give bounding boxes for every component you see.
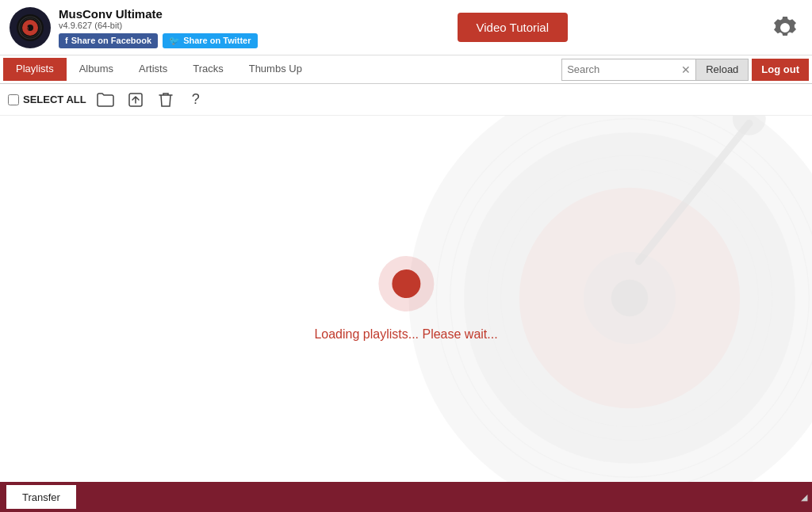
svg-point-11 (611, 280, 648, 316)
select-all-checkbox[interactable] (8, 94, 19, 105)
app-logo: ♪ (10, 7, 51, 48)
spinner-inner (392, 269, 420, 298)
app-version: v4.9.627 (64-bit) (59, 21, 258, 30)
tabs-bar: Playlists Albums Artists Tracks Thumbs U… (0, 55, 812, 84)
main-content: Loading playlists... Please wait... (0, 116, 812, 482)
facebook-icon: f (65, 36, 68, 45)
toolbar: SELECT ALL ? (0, 84, 812, 116)
transfer-button[interactable]: Transfer (6, 485, 76, 509)
select-all-wrapper[interactable]: SELECT ALL (8, 94, 86, 105)
video-tutorial-button[interactable]: Video Tutorial (458, 13, 568, 42)
search-input-wrapper: ✕ (561, 59, 696, 81)
search-area: ✕ Reload Log out (561, 59, 809, 81)
search-input[interactable] (567, 63, 678, 75)
settings-icon[interactable] (768, 10, 802, 45)
help-icon[interactable]: ? (185, 89, 207, 111)
facebook-share-button[interactable]: f Share on Facebook (59, 33, 158, 48)
delete-icon[interactable] (155, 89, 177, 111)
reload-button[interactable]: Reload (696, 59, 749, 81)
footer-resize-icon: ◢ (801, 492, 807, 502)
tab-artists[interactable]: Artists (126, 58, 180, 81)
loading-area: Loading playlists... Please wait... (314, 256, 497, 342)
export-icon[interactable] (124, 89, 147, 111)
tab-tracks[interactable]: Tracks (180, 58, 236, 81)
header: ♪ MusConv Ultimate v4.9.627 (64-bit) f S… (0, 0, 812, 55)
header-center: Video Tutorial (267, 13, 758, 42)
footer: Transfer ◢ (0, 482, 812, 512)
tab-albums[interactable]: Albums (67, 58, 126, 81)
header-right (768, 10, 802, 45)
tab-playlists[interactable]: Playlists (3, 58, 67, 81)
twitter-share-button[interactable]: 🐦 Share on Twitter (163, 33, 257, 48)
logo-area: ♪ MusConv Ultimate v4.9.627 (64-bit) f S… (10, 7, 258, 48)
svg-text:♪: ♪ (25, 22, 30, 34)
twitter-icon: 🐦 (169, 36, 180, 46)
logout-button[interactable]: Log out (752, 59, 809, 81)
open-folder-icon[interactable] (94, 89, 117, 111)
tab-thumbsup[interactable]: Thumbs Up (236, 58, 315, 81)
loading-text: Loading playlists... Please wait... (314, 327, 497, 342)
social-buttons: f Share on Facebook 🐦 Share on Twitter (59, 33, 258, 48)
spinner-outer (378, 256, 434, 311)
search-clear-icon[interactable]: ✕ (681, 63, 691, 76)
app-title: MusConv Ultimate (59, 7, 258, 21)
select-all-label[interactable]: SELECT ALL (23, 94, 86, 105)
app-info: MusConv Ultimate v4.9.627 (64-bit) f Sha… (59, 7, 258, 48)
